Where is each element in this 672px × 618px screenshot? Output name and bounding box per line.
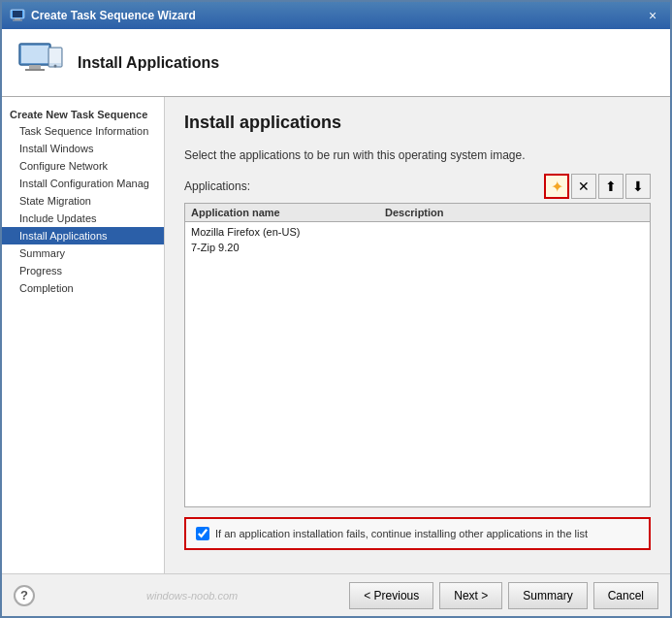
col-header-description: Description [385, 207, 444, 218]
star-icon: ✦ [551, 178, 563, 196]
header-computer-icon [17, 40, 64, 86]
window-title: Create Task Sequence Wizard [31, 9, 196, 22]
page-title: Install applications [184, 113, 651, 133]
applications-table: Application name Description Mozilla Fir… [184, 203, 651, 507]
delete-icon: ✕ [578, 179, 590, 194]
apps-label: Applications: [184, 179, 250, 193]
continue-on-failure-checkbox[interactable] [196, 527, 209, 540]
header-title: Install Applications [78, 54, 219, 72]
toolbar: ✦ ✕ ⬆ ⬇ [544, 174, 651, 199]
sidebar-item-install-configuration-manager[interactable]: Install Configuration Manag [2, 175, 164, 192]
move-down-button[interactable]: ⬇ [625, 174, 651, 199]
sidebar-item-install-windows[interactable]: Install Windows [2, 140, 164, 157]
apps-label-toolbar-row: Applications: ✦ ✕ ⬆ ⬇ [184, 174, 651, 199]
svg-point-10 [54, 64, 57, 67]
move-up-icon: ⬆ [605, 179, 617, 194]
sidebar-item-include-updates[interactable]: Include Updates [2, 210, 164, 227]
table-header: Application name Description [185, 204, 650, 222]
sidebar: Create New Task Sequence Task Sequence I… [2, 97, 165, 573]
description-text: Select the applications to be run with t… [184, 148, 651, 162]
sidebar-item-task-sequence-information[interactable]: Task Sequence Information [2, 122, 164, 140]
svg-rect-3 [13, 20, 22, 21]
svg-rect-2 [15, 18, 20, 20]
svg-rect-1 [13, 11, 22, 17]
summary-button[interactable]: Summary [508, 582, 587, 609]
svg-rect-9 [49, 49, 61, 63]
content-area: Create New Task Sequence Task Sequence I… [2, 97, 670, 573]
previous-button[interactable]: < Previous [349, 582, 433, 609]
sidebar-section-title: Create New Task Sequence [2, 105, 164, 122]
sidebar-item-install-applications[interactable]: Install Applications [2, 227, 164, 244]
svg-rect-7 [25, 69, 45, 71]
cancel-button[interactable]: Cancel [593, 582, 658, 609]
delete-application-button[interactable]: ✕ [571, 174, 596, 199]
sidebar-item-progress[interactable]: Progress [2, 262, 164, 279]
wizard-window: Create Task Sequence Wizard × Install Ap… [0, 0, 672, 618]
app-name-1: 7-Zip 9.20 [191, 242, 385, 253]
app-name-0: Mozilla Firefox (en-US) [191, 226, 385, 238]
sidebar-item-state-migration[interactable]: State Migration [2, 192, 164, 210]
table-row[interactable]: Mozilla Firefox (en-US) [185, 224, 650, 240]
help-button[interactable]: ? [14, 585, 35, 606]
svg-rect-6 [29, 65, 41, 69]
title-bar-icon [10, 8, 25, 23]
title-bar-left: Create Task Sequence Wizard [10, 8, 196, 23]
close-button[interactable]: × [643, 6, 662, 25]
add-application-button[interactable]: ✦ [544, 174, 569, 199]
footer-bar: ? windows-noob.com < Previous Next > Sum… [2, 573, 670, 616]
table-row[interactable]: 7-Zip 9.20 [185, 240, 650, 255]
sidebar-item-summary[interactable]: Summary [2, 244, 164, 262]
sidebar-item-configure-network[interactable]: Configure Network [2, 157, 164, 175]
footer-left: ? [14, 585, 35, 606]
svg-rect-5 [21, 46, 48, 63]
continue-on-failure-label: If an application installation fails, co… [215, 528, 588, 539]
apps-container: Application name Description Mozilla Fir… [184, 203, 651, 558]
continue-on-failure-row: If an application installation fails, co… [184, 517, 651, 550]
col-header-name: Application name [191, 207, 385, 218]
table-body: Mozilla Firefox (en-US) 7-Zip 9.20 [185, 222, 650, 257]
main-panel: Install applications Select the applicat… [165, 97, 670, 573]
watermark: windows-noob.com [35, 590, 349, 602]
next-button[interactable]: Next > [439, 582, 502, 609]
title-bar: Create Task Sequence Wizard × [2, 2, 670, 29]
header-banner: Install Applications [2, 29, 670, 97]
footer-buttons: < Previous Next > Summary Cancel [349, 582, 658, 609]
move-up-button[interactable]: ⬆ [598, 174, 624, 199]
move-down-icon: ⬇ [632, 179, 644, 194]
sidebar-item-completion[interactable]: Completion [2, 279, 164, 297]
